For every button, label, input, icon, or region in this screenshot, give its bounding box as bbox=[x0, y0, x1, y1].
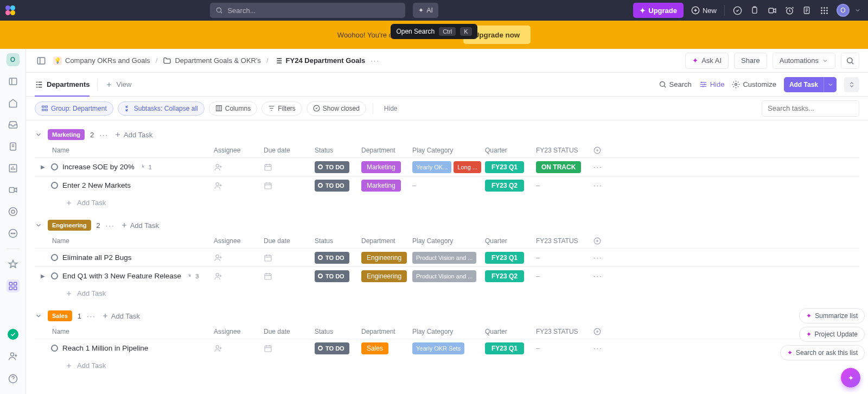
col-assignee[interactable]: Assignee bbox=[214, 147, 264, 154]
quarter-pill[interactable]: FY23 Q2 bbox=[485, 180, 524, 192]
chevron-down-icon[interactable] bbox=[824, 77, 837, 92]
more-icon[interactable]: ··· bbox=[87, 312, 96, 320]
play-tag[interactable]: Yearly OKR Sets bbox=[412, 342, 464, 354]
more-icon[interactable]: ··· bbox=[106, 221, 115, 230]
due-date-cell[interactable] bbox=[264, 272, 315, 281]
upgrade-button[interactable]: ✦ Upgrade bbox=[633, 3, 684, 18]
col-play[interactable]: Play Category bbox=[412, 328, 485, 335]
assignee-cell[interactable] bbox=[214, 272, 264, 281]
status-ok-icon[interactable] bbox=[8, 329, 18, 340]
expand-icon[interactable]: ▶ bbox=[39, 273, 47, 279]
col-due[interactable]: Due date bbox=[264, 237, 315, 245]
fy-cell[interactable]: – bbox=[536, 253, 593, 262]
task-row[interactable]: Reach 1 Million in Pipeline TO DO Sales … bbox=[35, 339, 859, 357]
fy-cell[interactable]: – bbox=[536, 272, 593, 280]
add-column[interactable] bbox=[593, 328, 609, 335]
play-tag[interactable]: Product Vision and ... bbox=[412, 270, 476, 282]
goals-icon[interactable] bbox=[7, 205, 20, 218]
col-status[interactable]: Status bbox=[315, 237, 361, 245]
group-add-task[interactable]: Add Task bbox=[101, 312, 140, 320]
dept-pill[interactable]: Marketing bbox=[361, 161, 401, 173]
clickup-logo[interactable] bbox=[5, 5, 15, 15]
task-name[interactable]: End Q1 with 3 New Feature Release bbox=[62, 272, 181, 280]
dept-pill[interactable]: Engineering bbox=[361, 252, 407, 264]
global-search[interactable]: Search... bbox=[210, 3, 405, 18]
col-name[interactable]: Name bbox=[35, 328, 214, 335]
play-category-cell[interactable]: Product Vision and ... bbox=[412, 270, 485, 282]
status-dot[interactable] bbox=[51, 272, 58, 279]
clipboard-icon[interactable] bbox=[750, 5, 760, 15]
assignee-cell[interactable] bbox=[214, 181, 264, 190]
check-circle-icon[interactable] bbox=[732, 5, 742, 15]
user-avatar[interactable]: O bbox=[837, 4, 850, 17]
spaces-icon[interactable] bbox=[7, 279, 20, 293]
col-status[interactable]: Status bbox=[315, 147, 361, 154]
task-name[interactable]: Reach 1 Million in Pipeline bbox=[62, 344, 148, 352]
chip-columns[interactable]: Columns bbox=[209, 101, 257, 116]
share-button[interactable]: Share bbox=[734, 53, 767, 69]
more-icon[interactable]: ··· bbox=[371, 56, 380, 65]
chevron-down-icon[interactable] bbox=[35, 131, 42, 138]
assignee-cell[interactable] bbox=[214, 253, 264, 262]
play-tag[interactable]: Yearly OK... bbox=[412, 161, 451, 173]
col-due[interactable]: Due date bbox=[264, 328, 315, 335]
group-add-task[interactable]: Add Task bbox=[120, 221, 159, 230]
fy-status-pill[interactable]: ON TRACK bbox=[536, 161, 581, 173]
home-icon[interactable] bbox=[7, 97, 20, 110]
status-pill[interactable]: TO DO bbox=[315, 180, 349, 192]
panel-toggle-icon[interactable] bbox=[35, 54, 48, 67]
quarter-pill[interactable]: FY23 Q1 bbox=[485, 252, 524, 264]
chip-subtasks[interactable]: Subtasks: Collapse all bbox=[118, 101, 205, 116]
fy-cell[interactable]: – bbox=[536, 344, 593, 352]
play-category-cell[interactable]: Yearly OK...Long ... bbox=[412, 161, 485, 173]
col-play[interactable]: Play Category bbox=[412, 147, 485, 154]
add-task-inline[interactable]: Add Task bbox=[35, 194, 859, 217]
search-tasks-input[interactable] bbox=[762, 100, 859, 117]
group-pill[interactable]: Sales bbox=[48, 310, 72, 321]
invite-icon[interactable] bbox=[7, 349, 20, 363]
collapse-all-button[interactable] bbox=[844, 77, 859, 92]
group-pill[interactable]: Marketing bbox=[48, 129, 85, 140]
col-play[interactable]: Play Category bbox=[412, 237, 485, 245]
view-customize[interactable]: Customize bbox=[732, 80, 776, 88]
status-dot[interactable] bbox=[51, 163, 58, 170]
col-name[interactable]: Name bbox=[35, 237, 214, 245]
fy-cell[interactable]: – bbox=[536, 181, 593, 189]
ai-fab[interactable]: ✦ bbox=[841, 368, 860, 387]
chip-hide[interactable]: Hide bbox=[380, 105, 402, 112]
chevron-down-icon[interactable] bbox=[853, 5, 863, 15]
apps-icon[interactable] bbox=[819, 5, 829, 15]
play-category-cell[interactable]: Yearly OKR Sets bbox=[412, 342, 485, 354]
chip-group[interactable]: Group: Department bbox=[35, 101, 113, 116]
more-icon[interactable] bbox=[7, 227, 20, 240]
col-assignee[interactable]: Assignee bbox=[214, 328, 264, 335]
status-dot[interactable] bbox=[51, 182, 58, 189]
group-add-task[interactable]: Add Task bbox=[114, 131, 152, 139]
status-pill[interactable]: TO DO bbox=[315, 342, 349, 354]
row-more[interactable]: ··· bbox=[593, 272, 609, 280]
row-more[interactable]: ··· bbox=[593, 344, 609, 352]
row-more[interactable]: ··· bbox=[593, 163, 609, 171]
video-icon[interactable] bbox=[767, 5, 777, 15]
due-date-cell[interactable] bbox=[264, 163, 315, 171]
col-fy23[interactable]: FY23 STATUS bbox=[536, 328, 593, 335]
add-task-button[interactable]: Add Task bbox=[784, 77, 837, 92]
play-category-cell[interactable]: Product Vision and ... bbox=[412, 252, 485, 264]
col-dept[interactable]: Department bbox=[361, 237, 412, 245]
add-column[interactable] bbox=[593, 237, 609, 245]
quarter-pill[interactable]: FY23 Q1 bbox=[485, 342, 524, 354]
add-task-inline[interactable]: Add Task bbox=[35, 357, 859, 379]
project-update-button[interactable]: ✦Project Update bbox=[799, 327, 865, 342]
breadcrumb-folder[interactable]: Department Goals & OKR's bbox=[163, 56, 261, 65]
automations-button[interactable]: Automations bbox=[773, 53, 835, 69]
breadcrumb-space[interactable]: 💡 Company OKRs and Goals bbox=[53, 56, 150, 65]
dept-pill[interactable]: Sales bbox=[361, 342, 388, 354]
col-quarter[interactable]: Quarter bbox=[485, 328, 536, 335]
assignee-cell[interactable] bbox=[214, 163, 264, 171]
task-row[interactable]: Enter 2 New Markets TO DO Marketing – FY… bbox=[35, 176, 859, 194]
fy-cell[interactable]: ON TRACK bbox=[536, 161, 593, 173]
task-name[interactable]: Increase SOE by 20% bbox=[62, 163, 135, 171]
play-tag[interactable]: Product Vision and ... bbox=[412, 252, 476, 264]
inbox-icon[interactable] bbox=[7, 118, 20, 131]
dashboards-icon[interactable] bbox=[7, 162, 20, 175]
